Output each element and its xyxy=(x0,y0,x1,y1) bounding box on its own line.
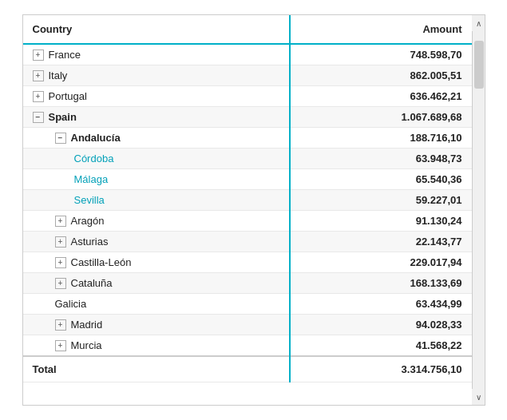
table-row-country-sevilla: Sevilla xyxy=(23,190,291,211)
row-label-murcia: Murcia xyxy=(71,339,102,351)
table-row-country-madrid: +Madrid xyxy=(23,315,291,335)
table-row-country-castilla-leon: +Castilla-León xyxy=(23,252,291,273)
table-row-country-cataluna: +Cataluña xyxy=(23,273,291,294)
scroll-up-button[interactable]: ∧ xyxy=(472,15,485,31)
table-row-country-aragon: +Aragón xyxy=(23,211,291,232)
scroll-down-button[interactable]: ∨ xyxy=(472,389,485,405)
expand-icon-france[interactable]: + xyxy=(33,50,44,61)
row-label-cataluna: Cataluña xyxy=(71,277,113,289)
row-label-cordoba: Córdoba xyxy=(74,153,114,164)
expand-icon-spain[interactable]: − xyxy=(33,112,44,123)
row-amount-cataluna: 168.133,69 xyxy=(290,273,471,294)
total-label: Total xyxy=(23,356,291,382)
row-amount-murcia: 41.568,22 xyxy=(290,335,471,357)
row-label-italy: Italy xyxy=(49,69,68,81)
row-amount-portugal: 636.462,21 xyxy=(290,86,471,107)
total-amount: 3.314.756,10 xyxy=(290,356,471,382)
row-label-asturias: Asturias xyxy=(71,236,109,248)
row-amount-asturias: 22.143,77 xyxy=(290,232,471,252)
row-amount-cordoba: 63.948,73 xyxy=(290,149,471,169)
expand-icon-andalucia[interactable]: − xyxy=(55,133,66,144)
row-label-andalucia: Andalucía xyxy=(71,132,121,144)
row-amount-madrid: 94.028,33 xyxy=(290,315,471,335)
table-row-country-asturias: +Asturias xyxy=(23,232,291,252)
row-amount-galicia: 63.434,99 xyxy=(290,294,471,315)
row-amount-andalucia: 188.716,10 xyxy=(290,128,471,149)
expand-icon-portugal[interactable]: + xyxy=(33,91,44,102)
expand-icon-aragon[interactable]: + xyxy=(55,216,66,227)
row-amount-malaga: 65.540,36 xyxy=(290,169,471,190)
row-amount-spain: 1.067.689,68 xyxy=(290,107,471,128)
row-label-spain: Spain xyxy=(49,111,77,123)
row-label-aragon: Aragón xyxy=(71,215,105,227)
table-row-country-cordoba: Córdoba xyxy=(23,149,291,169)
country-column-header: Country xyxy=(23,15,291,44)
data-table: Country Amount +France748.598,70+Italy86… xyxy=(22,14,473,406)
table-row-country-italy: +Italy xyxy=(23,65,291,86)
table-row-country-murcia: +Murcia xyxy=(23,335,291,357)
scroll-thumb[interactable] xyxy=(474,41,484,89)
expand-icon-murcia[interactable]: + xyxy=(55,340,66,351)
row-amount-italy: 862.005,51 xyxy=(290,65,471,86)
scrollbar[interactable]: ∧ ∨ xyxy=(473,14,485,406)
expand-icon-italy[interactable]: + xyxy=(33,70,44,81)
row-label-portugal: Portugal xyxy=(49,90,87,102)
table-row-country-malaga: Málaga xyxy=(23,169,291,190)
table-row-country-france: +France xyxy=(23,44,291,65)
amount-column-header: Amount xyxy=(290,15,471,44)
expand-icon-madrid[interactable]: + xyxy=(55,319,66,331)
table-row-country-andalucia: −Andalucía xyxy=(23,128,291,149)
row-label-madrid: Madrid xyxy=(71,319,103,331)
row-amount-sevilla: 59.227,01 xyxy=(290,190,471,211)
row-amount-castilla-leon: 229.017,94 xyxy=(290,252,471,273)
scroll-track xyxy=(473,31,485,389)
row-label-france: France xyxy=(49,49,81,61)
row-amount-aragon: 91.130,24 xyxy=(290,211,471,232)
expand-icon-asturias[interactable]: + xyxy=(55,236,66,248)
row-label-castilla-leon: Castilla-León xyxy=(71,256,132,268)
row-label-galicia: Galicia xyxy=(55,298,87,310)
table-row-country-spain: −Spain xyxy=(23,107,291,128)
row-amount-france: 748.598,70 xyxy=(290,44,471,65)
expand-icon-cataluna[interactable]: + xyxy=(55,278,66,289)
expand-icon-castilla-leon[interactable]: + xyxy=(55,257,66,268)
table-row-country-portugal: +Portugal xyxy=(23,86,291,107)
table-row-country-galicia: Galicia xyxy=(23,294,291,315)
row-label-sevilla: Sevilla xyxy=(74,194,105,206)
row-label-malaga: Málaga xyxy=(74,173,109,185)
